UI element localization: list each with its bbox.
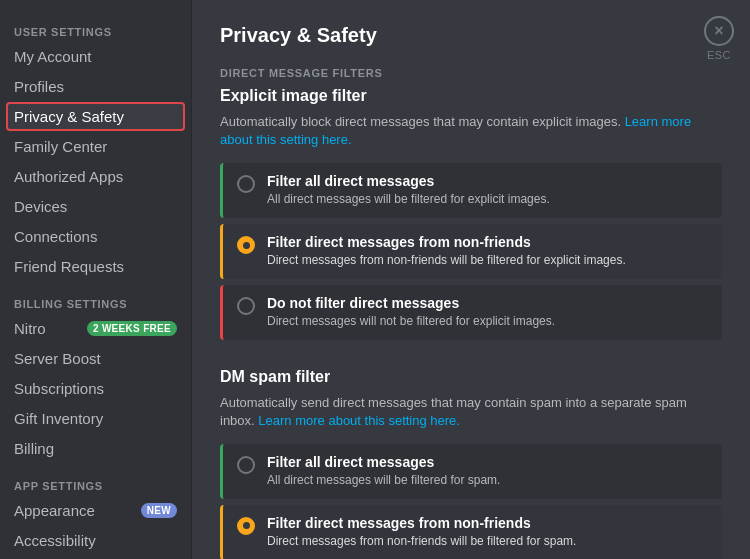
explicit-filter-non-friends-sublabel: Direct messages from non-friends will be… <box>267 252 708 269</box>
sidebar-item-my-account[interactable]: My Account <box>6 42 185 71</box>
explicit-filter-non-friends-label: Filter direct messages from non-friends <box>267 234 708 250</box>
spam-filter-non-friends-radio <box>237 517 255 535</box>
esc-button[interactable]: × ESC <box>704 16 734 61</box>
explicit-image-filter-description: Automatically block direct messages that… <box>220 113 722 149</box>
appearance-badge: NEW <box>141 503 177 518</box>
explicit-filter-all-option[interactable]: Filter all direct messages All direct me… <box>220 163 722 218</box>
sidebar-item-billing[interactable]: Billing <box>6 434 185 463</box>
explicit-filter-all-sublabel: All direct messages will be filtered for… <box>267 191 708 208</box>
explicit-image-filter-options: Filter all direct messages All direct me… <box>220 163 722 339</box>
nitro-badge: 2 WEEKS FREE <box>87 321 177 336</box>
sidebar-item-label: Family Center <box>14 138 107 155</box>
explicit-do-not-filter-sublabel: Direct messages will not be filtered for… <box>267 313 708 330</box>
spam-filter-all-label: Filter all direct messages <box>267 454 708 470</box>
sidebar-item-label: Gift Inventory <box>14 410 103 427</box>
sidebar-item-server-boost[interactable]: Server Boost <box>6 344 185 373</box>
sidebar: User Settings My Account Profiles Privac… <box>0 0 192 559</box>
app-settings-section-label: App Settings <box>6 464 185 496</box>
main-content: × ESC Privacy & Safety Direct Message Fi… <box>192 0 750 559</box>
sidebar-item-label: Friend Requests <box>14 258 124 275</box>
spam-filter-non-friends-option[interactable]: Filter direct messages from non-friends … <box>220 505 722 559</box>
sidebar-item-connections[interactable]: Connections <box>6 222 185 251</box>
spam-filter-non-friends-label: Filter direct messages from non-friends <box>267 515 708 531</box>
sidebar-item-label: Devices <box>14 198 67 215</box>
sidebar-item-gift-inventory[interactable]: Gift Inventory <box>6 404 185 433</box>
sidebar-item-label: Server Boost <box>14 350 101 367</box>
sidebar-item-subscriptions[interactable]: Subscriptions <box>6 374 185 403</box>
dm-spam-filter-description: Automatically send direct messages that … <box>220 394 722 430</box>
sidebar-item-appearance[interactable]: Appearance NEW <box>6 496 185 525</box>
sidebar-item-label: Billing <box>14 440 54 457</box>
explicit-do-not-filter-label: Do not filter direct messages <box>267 295 708 311</box>
sidebar-item-label: Profiles <box>14 78 64 95</box>
user-settings-section-label: User Settings <box>6 10 185 42</box>
explicit-filter-non-friends-radio <box>237 236 255 254</box>
spam-learn-more-link[interactable]: Learn more about this setting here. <box>258 413 460 428</box>
sidebar-item-label: Accessibility <box>14 532 96 549</box>
sidebar-item-label: Authorized Apps <box>14 168 123 185</box>
sidebar-item-label: Connections <box>14 228 97 245</box>
explicit-filter-all-label: Filter all direct messages <box>267 173 708 189</box>
esc-icon: × <box>704 16 734 46</box>
dm-spam-filter-title: DM spam filter <box>220 368 722 386</box>
page-title: Privacy & Safety <box>220 24 722 47</box>
sidebar-item-label: My Account <box>14 48 92 65</box>
sidebar-item-profiles[interactable]: Profiles <box>6 72 185 101</box>
sidebar-item-label: Privacy & Safety <box>14 108 124 125</box>
sidebar-item-label: Appearance <box>14 502 95 519</box>
dm-spam-filter-options: Filter all direct messages All direct me… <box>220 444 722 559</box>
dm-filters-section-header: Direct Message Filters <box>220 67 722 79</box>
spam-filter-non-friends-sublabel: Direct messages from non-friends will be… <box>267 533 708 550</box>
sidebar-item-accessibility[interactable]: Accessibility <box>6 526 185 555</box>
explicit-filter-non-friends-option[interactable]: Filter direct messages from non-friends … <box>220 224 722 279</box>
billing-settings-section-label: Billing Settings <box>6 282 185 314</box>
sidebar-item-nitro[interactable]: Nitro 2 WEEKS FREE <box>6 314 185 343</box>
spam-filter-all-option[interactable]: Filter all direct messages All direct me… <box>220 444 722 499</box>
spam-filter-all-radio <box>237 456 255 474</box>
sidebar-item-authorized-apps[interactable]: Authorized Apps <box>6 162 185 191</box>
sidebar-item-family-center[interactable]: Family Center <box>6 132 185 161</box>
sidebar-item-privacy-safety[interactable]: Privacy & Safety <box>6 102 185 131</box>
sidebar-item-label: Nitro <box>14 320 46 337</box>
esc-label: ESC <box>707 49 731 61</box>
sidebar-item-devices[interactable]: Devices <box>6 192 185 221</box>
sidebar-item-label: Subscriptions <box>14 380 104 397</box>
explicit-filter-all-radio <box>237 175 255 193</box>
explicit-image-filter-title: Explicit image filter <box>220 87 722 105</box>
sidebar-item-friend-requests[interactable]: Friend Requests <box>6 252 185 281</box>
explicit-do-not-filter-option[interactable]: Do not filter direct messages Direct mes… <box>220 285 722 340</box>
explicit-do-not-filter-radio <box>237 297 255 315</box>
spam-filter-all-sublabel: All direct messages will be filtered for… <box>267 472 708 489</box>
